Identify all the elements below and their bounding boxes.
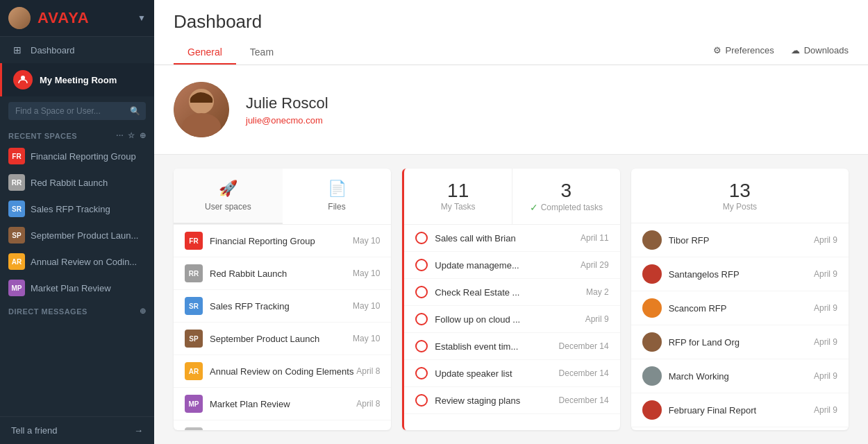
sidebar-collapse-icon[interactable]: ▼ (137, 13, 146, 23)
task-date: December 14 (559, 368, 609, 378)
sidebar-item-financial-reporting[interactable]: FR Financial Reporting Group (0, 143, 154, 169)
list-item[interactable]: FR Financial Reporting Group May 10 (174, 225, 391, 257)
direct-messages-label: DIRECT MESSAGES (8, 307, 87, 316)
list-item[interactable]: AR Annual Review on Coding Elements Apri… (174, 355, 391, 388)
preferences-action[interactable]: ⚙ Preferences (713, 45, 774, 56)
badge-sp: SP (185, 330, 203, 348)
task-checkbox[interactable] (415, 367, 428, 379)
task-date: April 29 (581, 260, 609, 270)
space-label-mp: Market Plan Review (31, 283, 111, 293)
page-title: Dashboard (174, 11, 849, 33)
space-name: Annual Review on Coding Elements (210, 366, 356, 377)
post-item[interactable]: February Final Report April 9 (631, 393, 849, 427)
list-item[interactable]: MP Market Plan Review April 8 (174, 388, 391, 420)
tab-team[interactable]: Team (236, 41, 287, 65)
list-item[interactable]: SP September Product Launch May 10 (174, 323, 391, 355)
sidebar-item-market-plan[interactable]: MP Market Plan Review (0, 275, 154, 301)
post-item[interactable]: RFP for Land Org April 9 (631, 325, 849, 359)
tasks-completed-stat: 3 ✓ Completed tasks (512, 169, 620, 224)
list-item[interactable]: SR Sales RFP Tracking May 10 (174, 290, 391, 323)
spaces-tab-userspaces[interactable]: 🚀 User spaces (174, 169, 283, 224)
profile-avatar-img (174, 82, 229, 137)
posts-total-number: 13 (642, 180, 837, 202)
task-checkbox[interactable] (415, 394, 428, 407)
post-item[interactable]: Scancom RFP April 9 (631, 291, 849, 325)
space-label-rr: Red Rabbit Launch (31, 178, 108, 188)
preferences-label: Preferences (726, 45, 774, 56)
task-date: April 11 (581, 233, 609, 243)
badge-rf: RF (185, 427, 203, 430)
tab-general[interactable]: General (174, 41, 236, 65)
task-item[interactable]: Follow up on cloud ... April 9 (404, 306, 619, 333)
main-header: Dashboard General Team ⚙ Preferences ☁ D… (154, 0, 868, 65)
more-icon[interactable]: ··· (116, 131, 124, 140)
tell-friend-label: Tell a friend (11, 425, 57, 436)
star-icon[interactable]: ☆ (128, 131, 135, 140)
task-name: Review staging plans (435, 395, 553, 406)
post-name: February Final Report (669, 405, 814, 416)
space-name: Red Rabbit Launch (210, 268, 353, 279)
task-checkbox[interactable] (415, 340, 428, 352)
sidebar-item-september[interactable]: SP September Product Laun... (0, 222, 154, 248)
post-avatar (642, 400, 662, 420)
task-item[interactable]: Update manageme... April 29 (404, 252, 619, 279)
post-avatar (642, 332, 662, 352)
tell-friend-item[interactable]: Tell a friend → (0, 417, 154, 444)
badge-sr: SR (185, 297, 203, 315)
sidebar: AVAYA ▼ ⊞ Dashboard My Meeting Room 🔍 RE… (0, 0, 154, 444)
post-item[interactable]: March Working April 9 (631, 359, 849, 393)
badge-mp: MP (185, 395, 203, 413)
posts-card: 13 My Posts Tibor RFP April 9 Santangelo… (631, 169, 849, 430)
task-checkbox[interactable] (415, 313, 428, 325)
user-spaces-card: 🚀 User spaces 📄 Files FR Financial Repor… (174, 169, 391, 430)
space-name: Sales RFP Tracking (210, 301, 353, 311)
avaya-wordmark: AVAYA (37, 9, 90, 27)
post-item[interactable]: Tibor RFP April 9 (631, 223, 849, 257)
tasks-card: 11 My Tasks 3 ✓ Completed tasks Sal (402, 169, 619, 430)
post-name: Tibor RFP (669, 235, 814, 246)
spaces-tab-label: User spaces (205, 202, 251, 212)
space-name: Market Plan Review (210, 399, 356, 409)
sidebar-item-dashboard[interactable]: ⊞ Dashboard (0, 37, 154, 63)
recent-spaces-actions: ··· ☆ ⊕ (116, 131, 146, 140)
sidebar-item-annual-review[interactable]: AR Annual Review on Codin... (0, 248, 154, 275)
profile-info: Julie Roscol julie@onecmo.com (246, 94, 328, 126)
tab-actions: ⚙ Preferences ☁ Downloads (713, 45, 849, 61)
search-input[interactable] (8, 102, 146, 120)
post-item[interactable]: Santangelos RFP April 9 (631, 257, 849, 291)
user-avatar[interactable] (8, 7, 31, 29)
task-item[interactable]: Check Real Estate ... May 2 (404, 279, 619, 306)
spaces-card-tabs: 🚀 User spaces 📄 Files (174, 169, 391, 225)
spaces-tab-files[interactable]: 📄 Files (283, 169, 392, 224)
task-date: December 14 (559, 341, 609, 351)
sidebar-item-red-rabbit[interactable]: RR Red Rabbit Launch (0, 169, 154, 196)
task-checkbox[interactable] (415, 286, 428, 298)
add-dm-icon[interactable]: ⊕ (140, 307, 147, 316)
files-icon: 📄 (328, 180, 347, 198)
sidebar-dashboard-label: Dashboard (31, 45, 75, 56)
post-item[interactable]: February Update-Interim April 9 (631, 427, 849, 430)
sidebar-item-sales-rfp[interactable]: SR Sales RFP Tracking (0, 196, 154, 222)
list-item[interactable]: RF Regular Friday Team Meeting April 8 (174, 420, 391, 430)
downloads-action[interactable]: ☁ Downloads (791, 45, 849, 56)
task-checkbox[interactable] (415, 232, 428, 244)
task-item[interactable]: Sales call with Brian April 11 (404, 225, 619, 252)
dashboard-grid: 🚀 User spaces 📄 Files FR Financial Repor… (174, 169, 849, 430)
task-item[interactable]: Establish event tim... December 14 (404, 333, 619, 360)
tell-friend-arrow-icon: → (134, 425, 143, 436)
svg-point-2 (182, 113, 221, 137)
task-item[interactable]: Review staging plans December 14 (404, 387, 619, 414)
space-date: May 10 (353, 334, 380, 343)
tasks-total-stat: 11 My Tasks (404, 169, 512, 224)
tasks-completed-label: ✓ Completed tasks (524, 202, 609, 213)
sidebar-item-meeting-room[interactable]: My Meeting Room (0, 63, 154, 96)
list-item[interactable]: RR Red Rabbit Launch May 10 (174, 257, 391, 290)
files-tab-label: Files (328, 202, 345, 212)
profile-section: Julie Roscol julie@onecmo.com (154, 65, 868, 155)
task-item[interactable]: Update speaker list December 14 (404, 360, 619, 387)
add-space-icon[interactable]: ⊕ (140, 131, 147, 140)
badge-rr: RR (185, 264, 203, 282)
task-checkbox[interactable] (415, 259, 428, 271)
main-content: Dashboard General Team ⚙ Preferences ☁ D… (154, 0, 868, 444)
task-name: Update manageme... (435, 260, 575, 271)
